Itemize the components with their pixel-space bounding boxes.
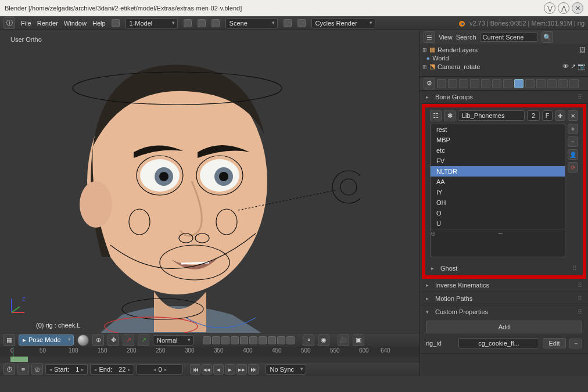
snap-icon[interactable]: ⚬	[303, 335, 314, 346]
custom-prop-value[interactable]: cg_cookie_fl...	[458, 338, 539, 348]
layout-icon[interactable]	[112, 19, 120, 27]
render-preview-icon[interactable]: 🎥	[338, 335, 349, 346]
axis-icon[interactable]: ↗	[123, 335, 134, 346]
timeline-tick: 550	[330, 347, 340, 355]
outliner-search-label[interactable]: Search	[456, 34, 476, 41]
panel-motion-paths[interactable]: ▸Motion Paths⠿	[420, 292, 588, 305]
current-frame-field[interactable]: 0	[137, 364, 183, 375]
pose-library-users[interactable]: 2	[527, 110, 540, 121]
svg-text:z: z	[22, 295, 26, 302]
tab-object[interactable]	[481, 79, 490, 88]
pose-apply-button[interactable]: 👤	[568, 149, 578, 160]
outliner-search-icon[interactable]: 🔍	[542, 31, 553, 43]
add-scene-icon[interactable]	[284, 19, 292, 27]
tab-physics[interactable]	[569, 79, 579, 88]
next-keyframe-button[interactable]: ▸▸	[236, 364, 247, 375]
custom-prop-edit-button[interactable]: Edit	[543, 338, 566, 348]
play-button[interactable]: ▸	[225, 364, 235, 375]
pose-list-item[interactable]: MBP	[431, 135, 565, 145]
menu-render[interactable]: Render	[37, 20, 58, 27]
pose-list-item[interactable]: rest	[431, 124, 565, 135]
editor-type-icon[interactable]: ▦	[3, 335, 15, 346]
pose-add-button[interactable]: ＋	[568, 124, 578, 134]
remove-scene-icon[interactable]	[297, 19, 306, 27]
tab-constraints[interactable]	[492, 79, 501, 88]
tab-texture[interactable]	[558, 79, 568, 88]
pose-list-item[interactable]: AA	[431, 177, 565, 187]
info-icon[interactable]: ⓘ	[3, 17, 15, 29]
remove-layout-icon[interactable]	[198, 19, 206, 27]
tab-armature[interactable]	[514, 79, 524, 88]
window-minimize-button[interactable]: ⋁	[544, 2, 555, 14]
pose-library-add-action[interactable]: ✚	[555, 110, 565, 121]
pose-list[interactable]: restMBPetcFVNLTDRAAIYOHOU ⊕━	[430, 124, 565, 257]
proportional-icon[interactable]: ◉	[318, 335, 329, 346]
menu-window[interactable]: Window	[64, 20, 87, 27]
action-type-icon[interactable]: ✱	[444, 110, 456, 121]
panel-custom-properties[interactable]: ▾Custom Properties⠿	[420, 305, 588, 318]
custom-prop-add-button[interactable]: Add	[426, 321, 582, 333]
pose-library-fake-user[interactable]: F	[542, 110, 553, 121]
layer-buttons[interactable]	[203, 336, 295, 344]
pose-remove-button[interactable]: －	[568, 136, 578, 147]
pose-list-item[interactable]: OH	[431, 197, 565, 208]
sync-dropdown[interactable]: No Sync	[266, 364, 306, 375]
render-engine-dropdown[interactable]: Cycles Render	[311, 18, 375, 28]
menu-file[interactable]: File	[21, 20, 31, 27]
pose-library-name-field[interactable]: Lib_Phonemes	[458, 110, 525, 121]
outliner-item[interactable]: ⊞⬔Camera_rotate👁 ↗ 📷	[422, 62, 586, 71]
tab-render[interactable]	[437, 79, 446, 88]
pose-sanitize-button[interactable]: ⟳	[568, 162, 578, 172]
clip-icon[interactable]: ▣	[353, 335, 364, 346]
timeline-editor-icon[interactable]: ⏱	[3, 364, 15, 375]
start-frame-field[interactable]: Start: 1	[45, 364, 88, 375]
scene-dropdown[interactable]: Scene	[225, 18, 278, 28]
menu-help[interactable]: Help	[92, 20, 106, 27]
pose-list-item[interactable]: IY	[431, 187, 565, 197]
jump-start-button[interactable]: ⏮	[190, 364, 200, 375]
play-reverse-button[interactable]: ◂	[213, 364, 224, 375]
action-browse-icon[interactable]: ☷	[430, 110, 442, 121]
viewport-3d-content[interactable]	[35, 42, 360, 344]
pose-library-unlink[interactable]: ✕	[568, 110, 578, 121]
custom-prop-delete-button[interactable]: －	[569, 339, 582, 348]
timeline-ruler[interactable]: 0 50 100 150 200 250 300 350 400 450 500…	[0, 347, 420, 357]
window-maximize-button[interactable]: ⋀	[558, 2, 569, 14]
pose-list-item[interactable]: NLTDR	[431, 166, 565, 177]
tab-bone[interactable]	[525, 79, 535, 88]
tab-world[interactable]	[470, 79, 479, 88]
scene-icon[interactable]	[211, 19, 220, 27]
pose-list-item[interactable]: U	[431, 218, 565, 229]
panel-bone-groups[interactable]: ▸Bone Groups⠿	[420, 91, 588, 103]
pose-list-item[interactable]: O	[431, 208, 565, 218]
end-frame-field[interactable]: End: 22	[90, 364, 134, 375]
tab-scene[interactable]	[459, 79, 468, 88]
manipulator-icon[interactable]: ✥	[107, 335, 119, 346]
timeline-range-icon[interactable]: ⎚	[31, 364, 43, 375]
pose-list-item[interactable]: FV	[431, 156, 565, 166]
mode-dropdown[interactable]: ▸Pose Mode	[19, 335, 74, 346]
viewport-shading-sphere[interactable]	[77, 335, 89, 346]
outliner-view-label[interactable]: View	[439, 34, 453, 41]
pivot-icon[interactable]: ⊕	[92, 335, 104, 346]
outliner-filter-input[interactable]	[480, 33, 538, 42]
panel-inverse-kinematics[interactable]: ▸Inverse Kinematics⠿	[420, 279, 588, 292]
tab-material[interactable]	[547, 79, 557, 88]
outliner-editor-icon[interactable]: ☰	[424, 31, 435, 43]
timeline-menu-icon[interactable]: ≡	[17, 364, 29, 375]
pose-list-item[interactable]: etc	[431, 145, 565, 156]
tab-layers[interactable]	[448, 79, 457, 88]
screen-layout-dropdown[interactable]: 1-Model	[126, 18, 178, 28]
outliner-item[interactable]: ⊞▦RenderLayers🖼	[422, 45, 586, 54]
jump-end-button[interactable]: ⏭	[248, 364, 259, 375]
outliner-item[interactable]: ●World	[422, 54, 586, 62]
orientation-dropdown[interactable]: Normal	[153, 335, 193, 346]
window-close-button[interactable]: ✕	[572, 2, 583, 14]
axis-icon-2[interactable]: ↗	[138, 335, 149, 346]
panel-ghost[interactable]: ▸Ghost⠿	[425, 262, 583, 275]
properties-editor-icon[interactable]: ⚙	[424, 78, 435, 89]
add-layout-icon[interactable]	[184, 19, 192, 27]
tab-bone-constraint[interactable]	[536, 79, 546, 88]
prev-keyframe-button[interactable]: ◂◂	[202, 364, 212, 375]
tab-modifiers[interactable]	[503, 79, 512, 88]
